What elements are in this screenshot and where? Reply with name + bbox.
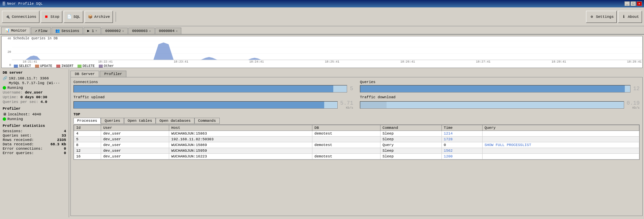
tab-monitor[interactable]: 📊 Monitor [1,27,30,34]
db-address-row: 🔗 192.168.11.7: 3366 [3,76,66,80]
settings-icon: ⚙ [589,14,594,20]
panel-tab-dbserver[interactable]: DB Server [70,71,99,77]
process-tab-open-databases[interactable]: Open databases [156,118,194,124]
upload-value-container: 5.71 Kb/s [340,100,353,110]
stop-icon: ⏹ [44,14,49,20]
tab-0000002[interactable]: 0000002 ✕ [101,28,128,34]
cell-command: Sleep [380,154,442,159]
settings-button[interactable]: ⚙ Settings [586,11,617,23]
main-content: DB server 🔗 192.168.11.7: 3366 MySQL 5.7… [0,69,644,217]
table-row: 8 dev_user WUCHANGJUN:15869 demotest Que… [74,142,639,148]
close-button[interactable]: ✕ [637,1,642,6]
uptime-row: Uptime: 0 days 00:30 [3,95,66,99]
cell-time: 1728 [441,137,482,142]
maximize-button[interactable]: □ [631,1,636,6]
download-label: Traffic download [360,95,640,99]
tab-0000002-close[interactable]: ✕ [122,29,124,33]
process-tab-open-tables[interactable]: Open tables [124,118,156,124]
cell-query [482,154,639,159]
title-bar-text: Neor Profile SQL [7,2,624,6]
y-axis: 40 20 0 [2,36,12,68]
table-row: 4 dev_user WUCHANGJUN:15863 demotest Sle… [74,131,639,137]
cell-id: 16 [74,154,101,159]
cell-command: Sleep [380,137,442,142]
tab-sessions[interactable]: 👥 Sessions [52,27,83,34]
top-label: TOP [73,112,640,116]
tab-1[interactable]: ▶ 1 ✕ [84,27,101,34]
tab-flow[interactable]: ↗ Flow [31,27,51,34]
tab-0000004-close[interactable]: ✕ [176,29,178,33]
profiler-status-dot [3,117,6,121]
title-bar-controls: _ □ ✕ [624,1,642,6]
username-value: dev_user [25,90,43,95]
time-labels: 18:21:41 18:22:41 18:23:41 18:24:41 18:2… [22,60,642,64]
upload-bar-fill [74,102,324,108]
connections-bar-bg [73,85,347,93]
panel-content: Connections 5 Queries [70,77,643,216]
cell-user: dev_user [101,148,169,154]
table-row: 5 dev_user 192.168.11.82:50303 Sleep 172… [74,137,639,142]
connections-button[interactable]: 🔌 Connections [2,11,39,23]
col-time: Time [441,125,482,131]
connections-value-container: 5 [350,86,353,92]
legend-other: Other [99,64,114,68]
profiler-status-row: Running [3,117,66,121]
queries-value: 12 [633,86,640,92]
col-db: DB [312,125,380,131]
cell-db [312,148,380,154]
stat-queries-sent: Queries sent:33 [3,134,66,138]
cell-time: 1214 [441,131,482,137]
connections-value: 5 [350,86,353,92]
metrics-row: Connections 5 Queries [73,80,640,93]
stat-sessions: Sessions:4 [3,129,66,133]
title-bar-icon: 🗄 [2,2,6,6]
archive-icon: 📦 [88,14,93,20]
chart-svg-container [12,41,642,60]
process-tabs: Processes Queries Open tables Open datab… [73,118,640,124]
svg-marker-5 [25,56,40,60]
upload-bar-container: 5.71 Kb/s [73,100,353,110]
minimize-button[interactable]: _ [624,1,630,6]
db-status-dot [3,86,6,89]
upload-unit: Kb/s [340,106,353,110]
tab-0000003[interactable]: 0000003 ✕ [128,28,155,34]
table-row: 12 dev_user WUCHANGJUN:15959 Sleep 1562 [74,148,639,154]
process-tab-commands[interactable]: Commands [194,118,220,124]
download-metric: Traffic download 0.19 Kb/s [360,95,640,110]
db-server-section: DB server 🔗 192.168.11.7: 3366 MySQL 5.7… [3,71,66,104]
sql-icon: 📄 [67,14,72,20]
archive-button[interactable]: 📦 Archive [85,11,113,23]
process-tab-queries[interactable]: Queries [101,118,124,124]
legend-update: UPDATE [35,64,52,68]
process-tab-processes[interactable]: Processes [73,118,101,124]
stat-error-connections: Error connections:0 [3,147,66,151]
tab-0000004[interactable]: 0000004 ✕ [155,28,182,34]
download-unit: Kb/s [627,106,640,110]
tab-0000003-close[interactable]: ✕ [149,29,151,33]
chart-legend: SELECT UPDATE INSERT DELETE Other [12,64,642,68]
qps-row: Queries per sec: 4.0 [3,100,66,104]
cell-host: WUCHANGJUN:15869 [169,142,312,148]
username-row: Username: dev_user [3,90,66,95]
col-query: Query [482,125,639,131]
connections-bar-fill [74,85,333,92]
traffic-row: Traffic upload 5.71 Kb/s Traffic downloa… [73,95,640,110]
cell-query [482,131,639,137]
about-button[interactable]: ℹ About [618,11,642,23]
cell-id: 12 [74,148,101,154]
stop-button[interactable]: ⏹ Stop [41,11,62,23]
col-id: Id [74,125,101,131]
stat-error-queries: Error queries:0 [3,151,66,155]
cell-user: dev_user [101,137,169,142]
table-container: Id User Host DB Command Time Query 4 d [73,124,640,160]
legend-update-color [35,65,39,68]
legend-delete: DELETE [78,64,95,68]
toolbar-separator [116,12,116,22]
cell-host: WUCHANGJUN:15863 [169,131,312,137]
profiler-icon: 🖥 [3,112,6,116]
tab-1-close[interactable]: ✕ [95,29,97,33]
sql-button[interactable]: 📄 SQL [64,11,83,23]
panel-tab-profiler[interactable]: Profiler [100,71,126,77]
cell-query [482,137,639,142]
download-bar-fill [360,102,387,108]
